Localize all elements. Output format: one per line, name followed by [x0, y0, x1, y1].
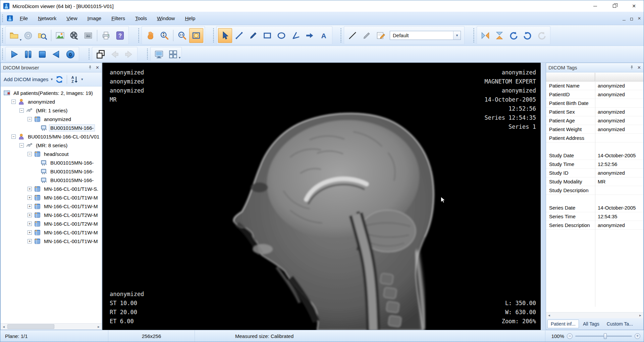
close-icon[interactable]: ✕: [96, 65, 99, 70]
tree-item-study[interactable]: −(MR: 8 series): [1, 141, 102, 150]
tree-item-series[interactable]: +MN-166-CL-001/T1W-M: [1, 237, 102, 245]
tree-expand-box[interactable]: +: [28, 222, 32, 226]
pause-button[interactable]: [21, 48, 35, 61]
tab-patient-info[interactable]: Patient inf...: [547, 320, 579, 328]
burn-cd-button[interactable]: [21, 28, 35, 43]
export-video-button[interactable]: [67, 28, 81, 43]
tree-expand-box[interactable]: +: [28, 204, 32, 209]
tree-expand-box[interactable]: +: [28, 187, 32, 191]
image-viewport[interactable]: anonymized anonymized anonymized MR anon…: [102, 63, 541, 330]
tree-item-image[interactable]: BU001015MN-166-: [1, 176, 102, 184]
tree-expand-box[interactable]: +: [28, 213, 32, 217]
frame-counter-button[interactable]: [63, 48, 77, 61]
tree-collapse-box[interactable]: −: [19, 108, 24, 113]
chevron-down-icon[interactable]: ▾: [81, 77, 83, 81]
tab-custom-tags[interactable]: Custom Ta...: [603, 320, 636, 328]
play-button[interactable]: [7, 48, 21, 61]
pan-button[interactable]: [143, 28, 157, 43]
zoom-slider[interactable]: [575, 336, 632, 337]
tag-row[interactable]: Study ModalityMR: [546, 177, 643, 186]
menu-file[interactable]: File: [15, 13, 33, 23]
zoom-in-button[interactable]: +: [635, 333, 640, 339]
grid-layout-button[interactable]: ▾: [166, 48, 180, 61]
tree-expand-box[interactable]: +: [28, 195, 32, 200]
rotate-right-button[interactable]: [521, 28, 535, 43]
export-image-button[interactable]: [53, 28, 67, 43]
print-button[interactable]: [99, 28, 113, 43]
scroll-right-icon[interactable]: ▸: [637, 312, 643, 318]
draw-arrow-button[interactable]: [303, 28, 317, 43]
tree-item-series[interactable]: −anonymized: [1, 115, 102, 123]
tree-item-image[interactable]: BU001015MN-166-: [1, 167, 102, 176]
scroll-left-icon[interactable]: ◂: [546, 312, 552, 318]
tree-item-series[interactable]: +MN-166-CL-001/T1W-M: [1, 202, 102, 211]
open-button[interactable]: ▾: [7, 28, 21, 43]
pin-icon[interactable]: [629, 65, 634, 70]
play-backward-button[interactable]: [49, 48, 63, 61]
tree-item-series[interactable]: +MN-166-CL-001/T1W-S.: [1, 184, 102, 193]
tab-all-tags[interactable]: All Tags: [580, 320, 603, 328]
tree-collapse-box[interactable]: −: [11, 134, 16, 139]
window-preset-select[interactable]: Default ▾: [390, 31, 461, 40]
maximize-button[interactable]: [605, 0, 624, 12]
zoom-slider-thumb[interactable]: [604, 333, 607, 339]
back-button[interactable]: [108, 48, 122, 61]
tag-row[interactable]: Patient Birth Date: [546, 99, 643, 108]
single-layout-button[interactable]: [152, 48, 166, 61]
zoom-button[interactable]: [157, 28, 171, 43]
sort-icon[interactable]: [70, 75, 79, 84]
chevron-down-icon[interactable]: ▾: [51, 77, 53, 81]
flip-horizontal-button[interactable]: [478, 28, 492, 43]
mdi-restore-button[interactable]: [630, 16, 633, 21]
tree-item-series[interactable]: +MN-166-CL-001/T1W-M: [1, 228, 102, 237]
window-level-pencil-button[interactable]: [360, 28, 374, 43]
tree-item-patient[interactable]: −anonymized: [1, 97, 102, 106]
tree-expand-box[interactable]: +: [28, 239, 32, 243]
pin-icon[interactable]: [88, 65, 93, 70]
tree-item-patient[interactable]: −BU001015/MN-166-CL-001/V01: [1, 132, 102, 141]
edit-annotation-button[interactable]: [374, 28, 388, 43]
scan-folder-button[interactable]: [35, 28, 49, 43]
flip-vertical-button[interactable]: [492, 28, 506, 43]
tree-collapse-box[interactable]: −: [19, 143, 24, 148]
tag-row[interactable]: Study Time12:52:56: [546, 160, 643, 169]
tree-item-series[interactable]: +MN-166-CL-001/T1W-M: [1, 193, 102, 202]
tag-row[interactable]: PatientIDanonymized: [546, 90, 643, 99]
tree-item-image[interactable]: BU001015MN-166-: [1, 123, 102, 132]
tree-item-all-patients[interactable]: All patients(Patients: 2, Images: 19): [1, 89, 102, 97]
pointer-tool-button[interactable]: [218, 28, 232, 43]
menu-image[interactable]: Image: [83, 13, 106, 23]
menu-view[interactable]: View: [62, 13, 82, 23]
scroll-right-icon[interactable]: ▸: [96, 324, 102, 330]
tree-expand-box[interactable]: +: [28, 230, 32, 235]
draw-text-button[interactable]: [317, 28, 331, 43]
menu-window[interactable]: Window: [152, 13, 179, 23]
tree-item-image[interactable]: BU001015MN-166-: [1, 158, 102, 167]
menu-filters[interactable]: Filters: [107, 13, 130, 23]
mdi-minimize-button[interactable]: [623, 16, 626, 21]
tree-item-series[interactable]: −head/scout: [1, 150, 102, 158]
tree-collapse-box[interactable]: −: [11, 100, 16, 104]
window-level-line-button[interactable]: [345, 28, 360, 43]
mdi-close-button[interactable]: ✕: [638, 16, 641, 21]
tag-row[interactable]: Study Date14-October-2005: [546, 151, 643, 160]
close-icon[interactable]: ✕: [637, 65, 641, 70]
browser-horizontal-scrollbar[interactable]: ◂ ▸: [1, 323, 102, 330]
tag-row[interactable]: Series Descriptionanonymized: [546, 221, 643, 230]
menu-tools[interactable]: Tools: [130, 13, 152, 23]
add-dicom-images-button[interactable]: Add DICOM images: [4, 76, 48, 82]
copy-to-clipboard-button[interactable]: [81, 28, 95, 43]
menu-network[interactable]: Network: [33, 13, 61, 23]
tree-item-study[interactable]: −(MR: 1 series): [1, 106, 102, 115]
measure-angle-button[interactable]: [288, 28, 303, 43]
tag-row[interactable]: Series Time12:54:35: [546, 212, 643, 221]
draw-rectangle-button[interactable]: [260, 28, 274, 43]
zoom-original-button[interactable]: [175, 28, 189, 43]
tree-collapse-box[interactable]: −: [28, 117, 32, 121]
tree-item-series[interactable]: +MN-166-CL-001/T2W-M: [1, 219, 102, 228]
chevron-down-icon[interactable]: ▾: [179, 56, 180, 59]
measure-line-button[interactable]: [232, 28, 246, 43]
tag-row[interactable]: Series Date14-October-2005: [546, 204, 643, 212]
rotate-180-button[interactable]: [535, 28, 549, 43]
forward-button[interactable]: [122, 48, 136, 61]
